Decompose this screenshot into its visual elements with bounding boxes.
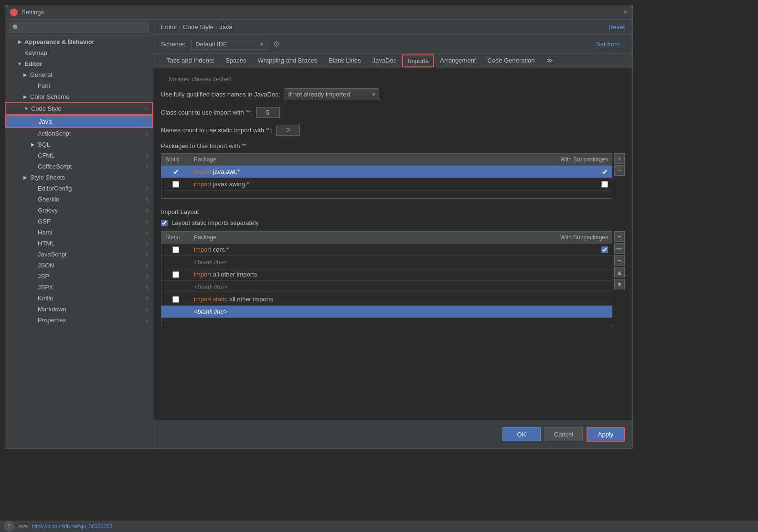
sidebar-item-javascript[interactable]: JavaScript ⎘ (5, 249, 153, 260)
sidebar-item-haml[interactable]: Haml ⎘ (5, 227, 153, 238)
table-row[interactable]: <blank line> (161, 281, 612, 293)
sidebar-label-properties: Properties (38, 317, 66, 324)
sidebar-item-json[interactable]: JSON ⎘ (5, 260, 153, 271)
sidebar-item-kotlin[interactable]: Kotlin ⎘ (5, 293, 153, 304)
layout-col-with-subpackages: With Subpackages (550, 232, 612, 244)
copy-icon-groovy: ⎘ (146, 208, 149, 213)
spacer-coffeescript (30, 164, 36, 170)
static-checkbox-2[interactable] (172, 181, 179, 188)
tab-arrangement[interactable]: Arrangement (434, 54, 481, 68)
javadoc-select[interactable]: If not already imported Always Never (284, 88, 379, 100)
move-down-button[interactable]: ▼ (614, 279, 625, 289)
tab-javadoc[interactable]: JavaDoc (366, 54, 402, 68)
sidebar-item-appearance[interactable]: ▶ Appearance & Behavior (5, 36, 153, 47)
status-url[interactable]: https://blog.csdn.net/qq_38366063 (32, 523, 112, 529)
spacer-jsp (30, 274, 36, 279)
scheme-select[interactable]: Default IDE Project (191, 39, 267, 50)
spacer-jspx (30, 285, 36, 290)
sidebar-item-coffeescript[interactable]: CoffeeScript ⎘ (5, 161, 153, 172)
layout-static-1[interactable] (172, 246, 179, 253)
sidebar-item-color-scheme[interactable]: ▶ Color Scheme (5, 91, 153, 102)
tab-imports[interactable]: Imports (402, 54, 434, 67)
layout-sub-1[interactable] (601, 246, 608, 253)
class-count-row: Class count to use import with '*': (161, 107, 625, 118)
sidebar-item-java[interactable]: Java ⎘ (5, 115, 153, 128)
sidebar-item-actionscript[interactable]: ActionScript ⎘ (5, 128, 153, 139)
table-row[interactable]: import java.awt.* (161, 166, 612, 178)
no-inner-classes-label: No inner classes defined (169, 76, 625, 83)
copy-icon-javascript: ⎘ (146, 252, 149, 257)
table-row[interactable]: import javax.swing.* (161, 178, 612, 191)
layout-blank-1: <blank line> (190, 256, 550, 268)
sidebar-item-general[interactable]: ▶ General (5, 69, 153, 80)
spacer-cfml (30, 153, 36, 159)
sidebar-item-editorconfig[interactable]: EditorConfig ⎘ (5, 183, 153, 194)
sidebar-item-html[interactable]: HTML ⎘ (5, 238, 153, 249)
sidebar-item-font[interactable]: Font (5, 80, 153, 91)
sidebar-item-gsp[interactable]: GSP ⎘ (5, 216, 153, 227)
scheme-gear-button[interactable]: ⚙ (273, 40, 280, 49)
copy-icon-cfml: ⎘ (146, 153, 149, 159)
copy-icon-html: ⎘ (146, 241, 149, 246)
table-row[interactable]: import static all other imports (161, 293, 612, 306)
help-button[interactable]: ? (4, 521, 14, 532)
packages-table-section: Static Package With Subpackages import j… (161, 153, 625, 199)
set-from-link[interactable]: Set from... (596, 41, 625, 48)
expand-arrow-editor: ▼ (17, 61, 22, 67)
sidebar-item-gherkin[interactable]: Gherkin ⎘ (5, 194, 153, 205)
subpackages-checkbox-2[interactable] (601, 181, 608, 188)
sidebar-item-editor[interactable]: ▼ Editor (5, 58, 153, 69)
subpackages-checkbox-1[interactable] (601, 169, 608, 175)
sidebar-item-groovy[interactable]: Groovy ⎘ (5, 205, 153, 216)
sidebar-item-jsp[interactable]: JSP ⎘ (5, 271, 153, 282)
spacer-editorconfig (30, 186, 36, 192)
sidebar-item-jspx[interactable]: JSPX ⎘ (5, 282, 153, 293)
sidebar-item-code-style[interactable]: ▼ Code Style ⎘ (5, 102, 153, 115)
table-row[interactable]: <blank line> (161, 256, 612, 268)
tab-spaces[interactable]: Spaces (220, 54, 252, 68)
table-row[interactable]: import com.* (161, 244, 612, 256)
names-count-input[interactable] (276, 125, 300, 136)
close-button[interactable]: × (623, 8, 628, 17)
class-count-input[interactable] (256, 107, 280, 118)
content-area: No inner classes defined Use fully quali… (153, 68, 632, 420)
apply-button[interactable]: Apply (587, 427, 625, 442)
search-box (5, 20, 153, 36)
cancel-button[interactable]: Cancel (544, 427, 583, 441)
table-row[interactable]: <blank line> (161, 306, 612, 318)
spacer-html (30, 241, 36, 246)
reset-link[interactable]: Reset (609, 23, 625, 31)
sidebar-label-style-sheets: Style Sheets (30, 174, 65, 181)
sidebar-item-cfml[interactable]: CFML ⎘ (5, 150, 153, 161)
main-content: Editor › Code Style › Java Reset Scheme:… (153, 20, 632, 448)
add-package-button[interactable]: + (614, 153, 625, 164)
layout-blank-3: <blank line> (190, 306, 550, 318)
add-layout-button[interactable]: + (614, 231, 625, 242)
tab-code-generation[interactable]: Code Generation (481, 54, 540, 68)
col-static: Static (161, 154, 190, 166)
remove-layout-button[interactable]: − (614, 255, 625, 266)
layout-static-5[interactable] (172, 296, 179, 303)
sidebar-item-style-sheets[interactable]: ▶ Style Sheets (5, 172, 153, 183)
sidebar-item-markdown[interactable]: Markdown ⎘ (5, 304, 153, 315)
tab-tabs-indents[interactable]: Tabs and Indents (161, 54, 220, 68)
layout-static-checkbox[interactable] (161, 220, 168, 226)
packages-table-actions: + − (614, 153, 625, 176)
add-blank-button[interactable]: +↵ (614, 243, 625, 254)
sidebar-item-sql[interactable]: ▶ SQL (5, 139, 153, 150)
layout-static-3[interactable] (172, 271, 179, 278)
search-input[interactable] (9, 22, 149, 33)
table-row[interactable]: import all other imports (161, 268, 612, 281)
ok-button[interactable]: OK (502, 427, 541, 441)
tab-more[interactable]: ≫ (541, 54, 559, 68)
expand-arrow-appearance: ▶ (17, 39, 22, 45)
static-checkbox-1[interactable] (172, 169, 179, 175)
sidebar-label-groovy: Groovy (38, 207, 58, 214)
sidebar-item-keymap[interactable]: Keymap (5, 47, 153, 58)
sidebar-item-properties[interactable]: Properties ⎘ (5, 315, 153, 326)
tab-blank-lines[interactable]: Blank Lines (323, 54, 366, 68)
tab-wrapping-braces[interactable]: Wrapping and Braces (252, 54, 323, 68)
remove-package-button[interactable]: − (614, 165, 625, 176)
spacer-javascript (30, 252, 36, 257)
move-up-button[interactable]: ▲ (614, 267, 625, 277)
